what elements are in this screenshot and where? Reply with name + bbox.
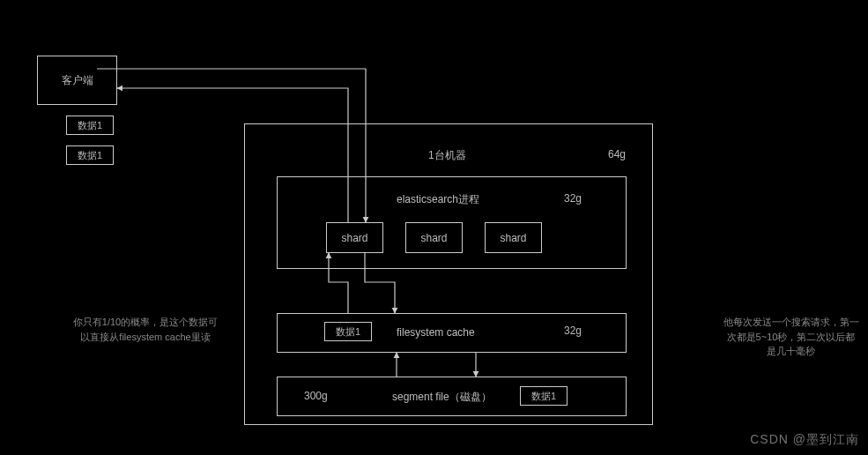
fscache-mem: 32g bbox=[564, 324, 582, 337]
note-left-text: 你只有1/10的概率，是这个数据可以直接从filesystem cache里读 bbox=[73, 317, 218, 342]
shard-2-label: shard bbox=[420, 232, 447, 244]
fscache-data-label: 数据1 bbox=[336, 325, 360, 339]
machine-title: 1台机器 bbox=[428, 148, 466, 163]
segment-data: 数据1 bbox=[520, 386, 568, 406]
client-label: 客户端 bbox=[62, 73, 93, 88]
shard-1-label: shard bbox=[341, 232, 367, 244]
shard-2: shard bbox=[405, 222, 463, 253]
note-right: 他每次发送一个搜索请求，第一次都是5~10秒，第二次以后都是几十毫秒 bbox=[723, 315, 859, 359]
process-mem: 32g bbox=[564, 192, 582, 205]
data-tag-1: 数据1 bbox=[66, 116, 114, 135]
shard-3: shard bbox=[485, 222, 542, 253]
data-tag-1-label: 数据1 bbox=[78, 119, 102, 132]
segment-data-label: 数据1 bbox=[531, 390, 556, 403]
fscache-title: filesystem cache bbox=[397, 326, 475, 339]
watermark-text: CSDN @墨到江南 bbox=[750, 432, 859, 446]
segment-title: segment file（磁盘） bbox=[392, 390, 492, 405]
data-tag-2-label: 数据1 bbox=[78, 149, 102, 162]
client-box: 客户端 bbox=[37, 56, 117, 105]
process-title: elasticsearch进程 bbox=[397, 192, 479, 207]
note-right-text: 他每次发送一个搜索请求，第一次都是5~10秒，第二次以后都是几十毫秒 bbox=[723, 317, 859, 356]
shard-3-label: shard bbox=[500, 232, 526, 244]
note-left: 你只有1/10的概率，是这个数据可以直接从filesystem cache里读 bbox=[70, 315, 220, 344]
shard-1: shard bbox=[326, 222, 383, 253]
segment-size: 300g bbox=[304, 390, 328, 402]
watermark: CSDN @墨到江南 bbox=[750, 432, 859, 448]
machine-mem: 64g bbox=[608, 148, 626, 160]
fscache-data: 数据1 bbox=[324, 322, 372, 341]
data-tag-2: 数据1 bbox=[66, 145, 114, 165]
